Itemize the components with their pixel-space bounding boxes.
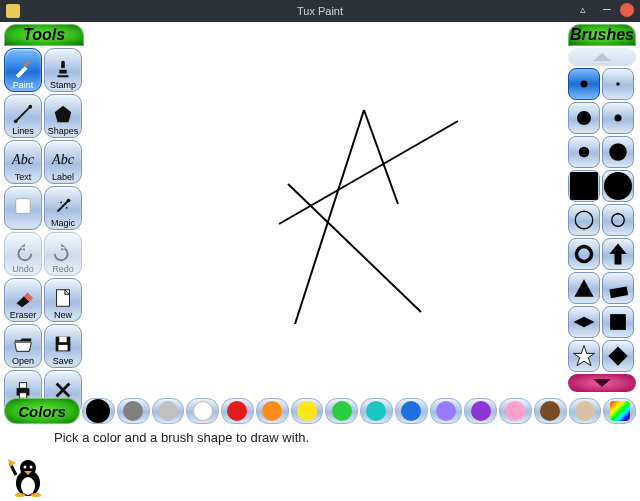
- svg-rect-0: [23, 60, 30, 67]
- color-swatch-8[interactable]: [360, 398, 393, 424]
- tool-label[interactable]: AbcLabel: [44, 140, 82, 184]
- svg-marker-40: [608, 346, 627, 365]
- tool-label: Stamp: [50, 80, 76, 90]
- color-swatch-5[interactable]: [256, 398, 289, 424]
- tool-shapes[interactable]: Shapes: [44, 94, 82, 138]
- tool-label: New: [54, 310, 72, 320]
- color-swatch-7[interactable]: [325, 398, 358, 424]
- svg-rect-16: [58, 345, 67, 351]
- tool-lines[interactable]: Lines: [4, 94, 42, 138]
- brush-dot-5[interactable]: [602, 136, 634, 168]
- brushes-panel: Brushes: [568, 24, 636, 392]
- svg-marker-37: [574, 317, 595, 328]
- svg-point-30: [604, 172, 632, 200]
- color-swatch-3[interactable]: [186, 398, 219, 424]
- brush-dot-2[interactable]: [568, 102, 600, 134]
- svg-point-24: [616, 82, 620, 86]
- brush-donut-10[interactable]: [568, 238, 600, 270]
- tool-text[interactable]: AbcText: [4, 140, 42, 184]
- svg-marker-35: [574, 279, 593, 297]
- color-swatch-0[interactable]: [82, 398, 115, 424]
- window-titlebar: Tux Paint ▵ –: [0, 0, 640, 22]
- svg-point-28: [609, 143, 627, 161]
- color-swatch-15[interactable]: [603, 398, 636, 424]
- color-swatch-2[interactable]: [152, 398, 185, 424]
- tool-label: Shapes: [48, 126, 79, 136]
- stroke: [288, 184, 421, 312]
- svg-point-3: [29, 105, 33, 109]
- svg-point-8: [60, 201, 62, 203]
- color-swatch-1[interactable]: [117, 398, 150, 424]
- tool-label: Eraser: [10, 310, 37, 320]
- color-swatch-14[interactable]: [569, 398, 602, 424]
- window-title: Tux Paint: [297, 5, 343, 17]
- svg-point-27: [579, 147, 590, 158]
- brush-star-16[interactable]: [568, 340, 600, 372]
- tools-panel: Tools PaintStampLinesShapesAbcTextAbcLab…: [4, 24, 84, 414]
- color-swatch-13[interactable]: [534, 398, 567, 424]
- svg-point-45: [24, 466, 27, 469]
- tools-heading: Tools: [4, 24, 84, 46]
- brush-dot-3[interactable]: [602, 102, 634, 134]
- svg-point-31: [575, 211, 593, 229]
- window-close-icon[interactable]: [620, 3, 634, 17]
- tool-label: Save: [53, 356, 74, 366]
- stroke: [279, 121, 458, 224]
- tool-fill[interactable]: [4, 186, 42, 230]
- brush-scroll-up[interactable]: [568, 48, 636, 66]
- svg-point-46: [30, 466, 33, 469]
- brush-dot-4[interactable]: [568, 136, 600, 168]
- brush-dot-1[interactable]: [602, 68, 634, 100]
- svg-marker-39: [574, 346, 595, 366]
- tool-save[interactable]: Save: [44, 324, 82, 368]
- brush-diamond-flat-14[interactable]: [568, 306, 600, 338]
- tool-undo: Undo: [4, 232, 42, 276]
- window-up-icon[interactable]: ▵: [580, 3, 594, 17]
- color-swatch-11[interactable]: [464, 398, 497, 424]
- svg-point-7: [67, 199, 71, 203]
- tool-open[interactable]: Open: [4, 324, 42, 368]
- svg-line-6: [58, 201, 69, 212]
- stroke: [364, 110, 398, 204]
- app-icon: [6, 4, 20, 18]
- svg-point-49: [31, 493, 41, 497]
- color-swatch-10[interactable]: [430, 398, 463, 424]
- brush-dot-7[interactable]: [602, 170, 634, 202]
- tool-eraser[interactable]: Eraser: [4, 278, 42, 322]
- brush-diamond-17[interactable]: [602, 340, 634, 372]
- svg-point-29: [570, 172, 598, 200]
- brush-arrow-up-11[interactable]: [602, 238, 634, 270]
- brush-triangle-12[interactable]: [568, 272, 600, 304]
- brush-square-13[interactable]: [602, 272, 634, 304]
- brushes-heading: Brushes: [568, 24, 636, 46]
- svg-point-25: [577, 111, 591, 125]
- tool-redo: Redo: [44, 232, 82, 276]
- color-swatch-6[interactable]: [291, 398, 324, 424]
- brush-ring-8[interactable]: [568, 204, 600, 236]
- tool-stamp[interactable]: Stamp: [44, 48, 82, 92]
- svg-rect-15: [59, 337, 66, 343]
- brush-dot-6[interactable]: [568, 170, 600, 202]
- svg-point-48: [15, 493, 25, 497]
- brush-dot-0[interactable]: [568, 68, 600, 100]
- color-swatch-12[interactable]: [499, 398, 532, 424]
- brush-square-solid-15[interactable]: [602, 306, 634, 338]
- svg-point-43: [21, 477, 35, 495]
- color-swatch-4[interactable]: [221, 398, 254, 424]
- tool-new[interactable]: New: [44, 278, 82, 322]
- svg-rect-36: [609, 286, 628, 298]
- tool-magic[interactable]: Magic: [44, 186, 82, 230]
- svg-point-2: [14, 120, 18, 124]
- window-minimize-icon[interactable]: –: [600, 3, 614, 17]
- drawing-canvas[interactable]: [88, 24, 568, 394]
- svg-point-26: [615, 115, 622, 122]
- svg-rect-5: [16, 199, 31, 214]
- tool-paint[interactable]: Paint: [4, 48, 42, 92]
- tux-mascot-icon: [8, 455, 48, 497]
- svg-marker-22: [593, 53, 611, 61]
- brush-ring-9[interactable]: [602, 204, 634, 236]
- brush-scroll-down[interactable]: [568, 374, 636, 392]
- svg-line-1: [16, 107, 31, 122]
- color-swatch-9[interactable]: [395, 398, 428, 424]
- svg-point-32: [612, 214, 625, 227]
